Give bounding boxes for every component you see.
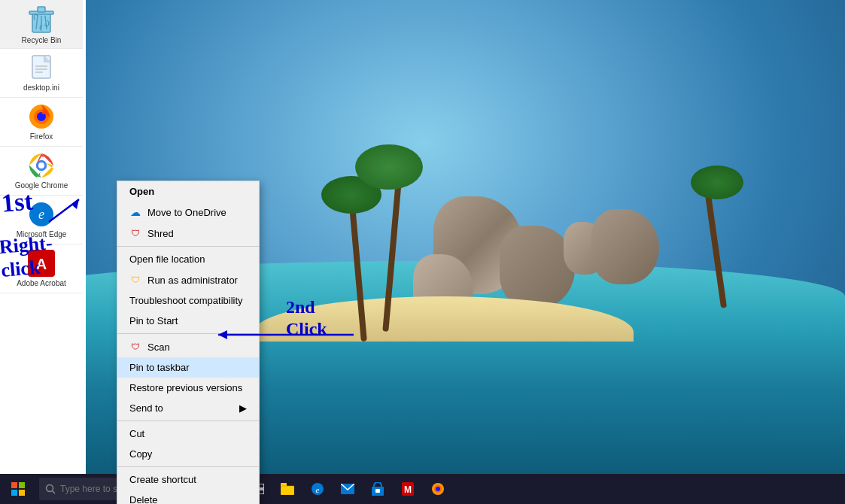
menu-item-run-as-admin[interactable]: 🛡 Run as administrator (117, 269, 259, 290)
svg-text:e: e (38, 207, 44, 222)
menu-item-shred[interactable]: 🛡 Shred (117, 223, 259, 244)
svg-point-17 (38, 162, 44, 169)
sidebar-item-edge[interactable]: e Microsoft Edge (0, 196, 83, 244)
menu-separator-3 (117, 421, 259, 421)
svg-rect-35 (259, 490, 264, 494)
menu-item-pin-to-taskbar[interactable]: Pin to taskbar (117, 357, 259, 378)
menu-item-open[interactable]: Open (117, 181, 259, 202)
sidebar-item-firefox[interactable]: Firefox (0, 98, 83, 147)
menu-item-troubleshoot-label: Troubleshoot compatibility (129, 295, 243, 306)
svg-text:A: A (36, 256, 47, 272)
acrobat-label: Adobe Acrobat (17, 279, 66, 287)
edge-icon: e (28, 201, 55, 228)
svg-rect-36 (281, 486, 294, 495)
taskbar-edge[interactable]: e (302, 474, 333, 504)
taskbar-firefox[interactable] (423, 474, 453, 504)
menu-separator-2 (117, 333, 259, 334)
left-panel: Recycle Bin desktop.ini Firefox (0, 0, 86, 474)
sidebar-item-desktop-ini[interactable]: desktop.ini (0, 49, 83, 98)
submenu-arrow-icon: ▶ (239, 402, 247, 414)
menu-item-move-to-onedrive[interactable]: ☁ Move to OneDrive (117, 202, 259, 223)
menu-item-send-to[interactable]: Send to ▶ (117, 398, 259, 418)
menu-item-open-file-location[interactable]: Open file location (117, 249, 259, 269)
menu-item-send-to-label: Send to (129, 402, 163, 414)
menu-item-scan[interactable]: 🛡 Scan (117, 336, 259, 357)
recycle-bin-label: Recycle Bin (22, 36, 62, 44)
menu-item-cut[interactable]: Cut (117, 424, 259, 444)
chrome-icon (28, 152, 55, 179)
edge-label: Microsoft Edge (17, 230, 67, 238)
svg-rect-26 (11, 482, 17, 488)
menu-item-open-file-label: Open file location (129, 254, 205, 265)
menu-item-create-shortcut-label: Create shortcut (129, 474, 196, 485)
desktop: Recycle Bin desktop.ini Firefox (0, 0, 845, 504)
tree-top (355, 144, 423, 190)
menu-item-shred-label: Shred (147, 228, 174, 239)
svg-text:M: M (404, 484, 412, 495)
rock (591, 209, 659, 284)
menu-item-open-label: Open (129, 186, 154, 197)
firefox-taskbar-icon (431, 482, 445, 496)
onedrive-icon: ☁ (129, 206, 141, 218)
svg-rect-27 (19, 482, 25, 488)
menu-item-scan-label: Scan (147, 342, 170, 353)
menu-separator-4 (117, 466, 259, 467)
svg-rect-29 (19, 490, 25, 496)
tree-top (691, 165, 743, 199)
edge-taskbar-icon: e (311, 482, 324, 496)
search-icon (45, 484, 56, 494)
taskbar-file-explorer[interactable] (272, 474, 302, 504)
recycle-bin-icon (28, 4, 55, 34)
admin-icon: 🛡 (129, 274, 141, 286)
taskbar-mail[interactable] (333, 474, 363, 504)
svg-rect-28 (11, 490, 17, 496)
windows-logo-icon (11, 482, 25, 496)
desktop-ini-icon (29, 54, 53, 81)
svg-rect-43 (375, 489, 380, 493)
menu-item-restore-label: Restore previous versions (129, 382, 242, 393)
menu-item-restore-prev[interactable]: Restore previous versions (117, 378, 259, 398)
menu-item-pin-start-label: Pin to Start (129, 315, 178, 326)
menu-item-onedrive-label: Move to OneDrive (147, 207, 226, 218)
menu-item-create-shortcut[interactable]: Create shortcut (117, 469, 259, 490)
shred-icon: 🛡 (129, 227, 141, 239)
svg-line-31 (53, 491, 56, 494)
menu-separator-1 (117, 246, 259, 247)
firefox-icon (28, 103, 55, 130)
menu-item-cut-label: Cut (129, 428, 144, 439)
menu-item-pin-taskbar-label: Pin to taskbar (129, 362, 190, 373)
menu-item-delete[interactable]: Delete (117, 490, 259, 504)
taskbar-store[interactable] (363, 474, 393, 504)
desktop-ini-label: desktop.ini (23, 83, 59, 92)
svg-text:e: e (316, 485, 320, 494)
sidebar-item-recycle[interactable]: Recycle Bin (0, 0, 83, 49)
menu-item-admin-label: Run as administrator (147, 275, 238, 286)
menu-item-delete-label: Delete (129, 494, 158, 504)
file-explorer-icon (281, 483, 294, 495)
sidebar-item-acrobat[interactable]: A Adobe Acrobat (0, 244, 83, 293)
context-menu: Open ☁ Move to OneDrive 🛡 Shred Open fil… (117, 181, 260, 504)
start-button[interactable] (0, 474, 36, 504)
app-red-icon: M (402, 482, 414, 496)
menu-item-troubleshoot[interactable]: Troubleshoot compatibility (117, 290, 259, 311)
store-icon (372, 482, 384, 496)
menu-item-copy[interactable]: Copy (117, 444, 259, 464)
svg-point-48 (436, 487, 440, 491)
scan-icon: 🛡 (129, 341, 141, 353)
sidebar-item-chrome[interactable]: Google Chrome (0, 147, 83, 196)
mail-icon (341, 484, 354, 494)
chrome-label: Google Chrome (15, 181, 68, 190)
taskbar-app-red[interactable]: M (393, 474, 423, 504)
svg-rect-2 (38, 7, 45, 12)
svg-point-30 (47, 485, 53, 492)
firefox-label: Firefox (30, 132, 53, 141)
menu-item-pin-to-start[interactable]: Pin to Start (117, 311, 259, 331)
menu-item-copy-label: Copy (129, 448, 152, 460)
acrobat-icon: A (28, 250, 55, 277)
